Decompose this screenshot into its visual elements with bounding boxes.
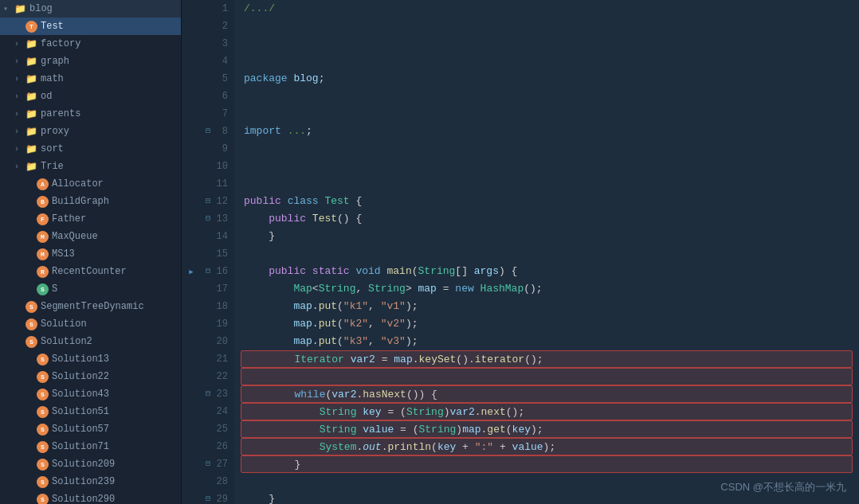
line-number-16: ⊟16 <box>207 263 228 280</box>
folder-icon: 📁 <box>25 91 37 103</box>
gutter-line-9 <box>182 140 201 158</box>
arrow-icon: › <box>14 92 25 101</box>
item-label: S <box>52 283 57 295</box>
sidebar-item-Solution239[interactable]: S Solution239 <box>0 473 181 490</box>
gutter-line-21 <box>182 350 201 368</box>
code-line-19: map.put("k2", "v2"); <box>241 315 853 333</box>
file-icon: T <box>25 21 37 33</box>
gutter-line-23 <box>182 385 201 403</box>
code-line-12: public class Test { <box>241 193 853 210</box>
sidebar-item-S[interactable]: S S <box>0 280 181 298</box>
gutter-line-12 <box>182 193 201 210</box>
item-label: Solution13 <box>52 354 109 365</box>
code-line-9 <box>241 140 853 158</box>
gutter-line-10 <box>182 158 201 175</box>
sidebar-item-MaxQueue[interactable]: M MaxQueue <box>0 228 181 245</box>
sidebar-item-Allocator[interactable]: A Allocator <box>0 175 181 193</box>
item-label: blog <box>29 3 53 14</box>
file-icon: R <box>37 266 49 278</box>
sidebar-item-Solution51[interactable]: S Solution51 <box>0 403 181 420</box>
sidebar-item-BuildGraph[interactable]: B BuildGraph <box>0 193 181 210</box>
arrow-icon: › <box>14 162 25 171</box>
gutter-line-29 <box>182 490 201 504</box>
item-label: math <box>41 73 64 84</box>
line-number-25: 25 <box>207 420 228 438</box>
item-label: Solution43 <box>52 389 109 400</box>
sidebar-item-graph[interactable]: › 📁 graph <box>0 53 181 70</box>
folder-icon: 📁 <box>25 73 37 85</box>
item-label: Solution290 <box>52 494 115 504</box>
arrow-icon: › <box>14 40 25 49</box>
sidebar-item-Solution71[interactable]: S Solution71 <box>0 438 181 455</box>
file-icon: S <box>37 354 49 365</box>
sidebar-item-Solution209[interactable]: S Solution209 <box>0 455 181 473</box>
item-label: Solution2 <box>41 336 92 347</box>
line-number-6: 6 <box>207 88 228 105</box>
code-line-4 <box>241 53 853 70</box>
code-line-1: /.../ <box>241 0 853 18</box>
line-number-5: 5 <box>207 70 228 88</box>
sidebar-item-Trie[interactable]: › 📁 Trie <box>0 158 181 175</box>
sidebar-item-math[interactable]: › 📁 math <box>0 70 181 88</box>
gutter-line-25 <box>182 420 201 438</box>
sidebar-item-proxy[interactable]: › 📁 proxy <box>0 123 181 140</box>
file-icon: S <box>37 371 49 383</box>
item-label: Solution209 <box>52 459 115 470</box>
sidebar-item-SegmentTreeDynamic[interactable]: S SegmentTreeDynamic <box>0 298 181 315</box>
code-line-2 <box>241 18 853 35</box>
sidebar-item-sort[interactable]: › 📁 sort <box>0 140 181 158</box>
line-number-27: ⊟27 <box>207 455 228 473</box>
gutter-line-19 <box>182 315 201 333</box>
sidebar-item-MS13[interactable]: M MS13 <box>0 245 181 263</box>
gutter-line-20 <box>182 333 201 350</box>
sidebar-item-Solution290[interactable]: S Solution290 <box>0 490 181 504</box>
line-number-19: 19 <box>207 315 228 333</box>
folder-icon: 📁 <box>25 126 37 138</box>
item-label: MaxQueue <box>52 231 98 242</box>
sidebar-item-Solution2[interactable]: S Solution2 <box>0 333 181 350</box>
item-label: BuildGraph <box>52 196 109 207</box>
file-icon: S <box>37 389 49 400</box>
sidebar-item-Solution[interactable]: S Solution <box>0 315 181 333</box>
gutter-line-5 <box>182 70 201 88</box>
code-line-21: Iterator var2 = map.keySet().iterator(); <box>241 350 853 368</box>
file-tree: ▾ 📁 blog T Test › 📁 factory › 📁 graph › … <box>0 0 182 504</box>
code-line-18: map.put("k1", "v1"); <box>241 298 853 315</box>
code-line-26: System.out.println(key + ":" + value); <box>241 438 853 455</box>
line-number-18: 18 <box>207 298 228 315</box>
code-line-22 <box>241 368 853 385</box>
folder-icon: 📁 <box>25 38 37 50</box>
gutter-line-28 <box>182 473 201 490</box>
line-number-7: 7 <box>207 105 228 123</box>
sidebar-item-Solution57[interactable]: S Solution57 <box>0 420 181 438</box>
line-number-12: ⊟12 <box>207 193 228 210</box>
folder-icon: 📁 <box>25 56 37 68</box>
sidebar-item-Solution43[interactable]: S Solution43 <box>0 385 181 403</box>
code-line-24: String key = (String)var2.next(); <box>241 403 853 420</box>
gutter-line-27 <box>182 455 201 473</box>
item-label: Solution239 <box>52 476 115 487</box>
sidebar-item-Father[interactable]: F Father <box>0 210 181 228</box>
folder-icon: 📁 <box>25 108 37 120</box>
sidebar-item-od[interactable]: › 📁 od <box>0 88 181 105</box>
sidebar-item-RecentCounter[interactable]: R RecentCounter <box>0 263 181 280</box>
sidebar-item-Solution22[interactable]: S Solution22 <box>0 368 181 385</box>
code-line-14: } <box>241 228 853 245</box>
sidebar-item-blog[interactable]: ▾ 📁 blog <box>0 0 181 18</box>
item-label: od <box>41 91 52 102</box>
file-icon: M <box>37 248 49 260</box>
line-number-9: 9 <box>207 140 228 158</box>
file-icon: A <box>37 178 49 190</box>
sidebar-item-parents[interactable]: › 📁 parents <box>0 105 181 123</box>
item-label: proxy <box>41 126 69 137</box>
gutter-line-22 <box>182 368 201 385</box>
file-icon: S <box>37 459 49 471</box>
code-line-5: package blog; <box>241 70 853 88</box>
line-number-28: 28 <box>207 473 228 490</box>
file-icon: S <box>37 494 49 505</box>
sidebar-item-Solution13[interactable]: S Solution13 <box>0 350 181 368</box>
code-line-7 <box>241 105 853 123</box>
gutter-line-26 <box>182 438 201 455</box>
sidebar-item-factory[interactable]: › 📁 factory <box>0 35 181 53</box>
sidebar-item-Test[interactable]: T Test <box>0 18 181 35</box>
